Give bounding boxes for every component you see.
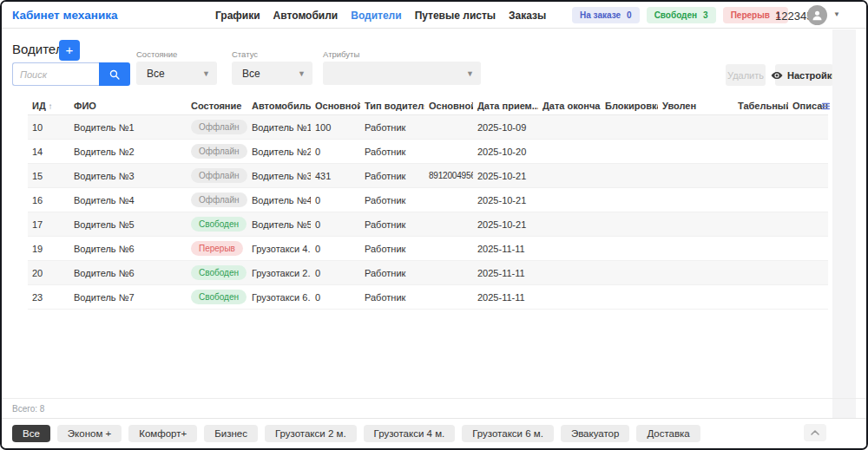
chevron-down-icon: ▼ bbox=[466, 69, 474, 78]
table-row-19[interactable]: 19Водитель №6ПерерывГрузотакси 4...0Рабо… bbox=[28, 237, 828, 261]
vehicle-class-chip-5[interactable]: Грузотакси 4 м. bbox=[364, 425, 456, 442]
cell-driver_type: Работник bbox=[360, 268, 424, 278]
filter-status-select[interactable]: Все ▼ bbox=[232, 62, 312, 85]
cell-driver_type: Работник bbox=[360, 292, 424, 303]
cell-name: Водитель №2 bbox=[69, 147, 187, 157]
column-header-5[interactable]: Тип водителя bbox=[360, 101, 424, 111]
state-pill: Оффлайн bbox=[191, 144, 247, 159]
column-header-1[interactable]: ФИО bbox=[69, 101, 187, 111]
vehicle-class-chip-2[interactable]: Комфорт+ bbox=[128, 425, 197, 442]
filter-state: Состояние Все ▼ bbox=[136, 49, 217, 85]
add-driver-button[interactable]: + bbox=[59, 40, 80, 61]
cell-car: Грузотакси 4... bbox=[247, 244, 311, 254]
cell-id: 16 bbox=[28, 195, 69, 205]
search-icon bbox=[108, 68, 121, 81]
table-row-14[interactable]: 14Водитель №2ОффлайнВодитель №2...0Работ… bbox=[28, 140, 828, 164]
driver-status-badges: На заказе0Свободен3Перерыв1 bbox=[572, 7, 788, 23]
table-row-17[interactable]: 17Водитель №5СвободенВодитель №5...0Рабо… bbox=[28, 212, 828, 237]
table-body: 10Водитель №1ОффлайнВодитель №1...100Раб… bbox=[28, 115, 828, 310]
cell-id: 15 bbox=[28, 171, 69, 181]
vehicle-class-chip-3[interactable]: Бизнес bbox=[204, 425, 258, 442]
column-header-2[interactable]: Состояние bbox=[187, 101, 247, 111]
vehicle-class-chip-1[interactable]: Эконом + bbox=[57, 425, 122, 442]
cell-id: 20 bbox=[28, 268, 69, 278]
search-button[interactable] bbox=[99, 62, 130, 86]
filter-status: Статус Все ▼ bbox=[232, 49, 312, 85]
filter-state-select[interactable]: Все ▼ bbox=[136, 62, 217, 85]
nav-item-0[interactable]: Графики bbox=[215, 10, 260, 22]
table-header-row: ИД ↑ФИОСостояниеАвтомобильОсновной сч...… bbox=[28, 97, 828, 115]
cell-driver_type: Работник bbox=[360, 171, 424, 181]
filter-attributes-select[interactable]: ▼ bbox=[323, 62, 481, 85]
column-settings-icon[interactable] bbox=[821, 99, 831, 114]
nav-item-1[interactable]: Автомобили bbox=[273, 10, 339, 22]
cell-hire_date: 2025-11-11 bbox=[473, 292, 538, 303]
status-badge-count: 0 bbox=[627, 10, 632, 20]
cell-id: 17 bbox=[28, 219, 69, 230]
cell-name: Водитель №6 bbox=[69, 244, 187, 254]
cell-driver_type: Работник bbox=[360, 147, 424, 157]
vehicle-class-bar: ВсеЭконом +Комфорт+БизнесГрузотакси 2 м.… bbox=[2, 418, 866, 448]
cell-account: 0 bbox=[311, 268, 360, 278]
vehicle-class-chip-7[interactable]: Эвакуатор bbox=[561, 425, 630, 442]
cell-account: 431 bbox=[311, 171, 360, 181]
state-pill: Оффлайн bbox=[191, 120, 247, 134]
delete-button[interactable]: Удалить bbox=[726, 64, 766, 86]
cell-state: Свободен bbox=[187, 290, 247, 304]
cell-state: Перерыв bbox=[187, 241, 247, 256]
state-pill: Свободен bbox=[191, 265, 247, 280]
cell-driver_type: Работник bbox=[360, 195, 424, 205]
table-row-16[interactable]: 16Водитель №4ОффлайнВодитель №4...0Работ… bbox=[28, 188, 828, 212]
cell-hire_date: 2025-10-20 bbox=[473, 147, 538, 157]
cell-phone: 89120049566 bbox=[424, 171, 473, 180]
status-badge-1[interactable]: Свободен3 bbox=[647, 7, 716, 23]
user-menu-caret-icon[interactable]: ▼ bbox=[833, 10, 840, 18]
column-header-0[interactable]: ИД ↑ bbox=[28, 101, 69, 111]
cell-account: 0 bbox=[311, 195, 360, 205]
column-header-6[interactable]: Основной те... bbox=[424, 101, 473, 111]
nav-item-3[interactable]: Путевые листы bbox=[415, 10, 496, 22]
cell-name: Водитель №1 bbox=[69, 122, 187, 133]
table-row-20[interactable]: 20Водитель №6СвободенГрузотакси 2...0Раб… bbox=[28, 261, 828, 285]
table-row-23[interactable]: 23Водитель №7СвободенГрузотакси 6...0Раб… bbox=[28, 285, 828, 310]
app-window: Кабинет механика ГрафикиАвтомобилиВодите… bbox=[0, 0, 868, 450]
vehicle-class-chip-6[interactable]: Грузотакси 6 м. bbox=[462, 425, 554, 442]
status-badge-0[interactable]: На заказе0 bbox=[572, 7, 640, 23]
vehicle-class-chips: ВсеЭконом +Комфорт+БизнесГрузотакси 2 м.… bbox=[12, 425, 700, 442]
table-row-15[interactable]: 15Водитель №3ОффлайнВодитель №3...431Раб… bbox=[28, 164, 828, 188]
column-header-7[interactable]: Дата прием... bbox=[473, 101, 538, 111]
cell-name: Водитель №3 bbox=[69, 171, 187, 181]
vehicle-class-chip-4[interactable]: Грузотакси 2 м. bbox=[265, 425, 357, 442]
settings-button[interactable]: Настройки bbox=[775, 64, 833, 86]
chevron-down-icon: ▼ bbox=[202, 69, 210, 78]
vehicle-class-chip-8[interactable]: Доставка bbox=[636, 425, 700, 442]
column-header-3[interactable]: Автомобиль bbox=[247, 101, 311, 111]
status-badge-label: На заказе bbox=[580, 10, 621, 20]
nav-item-2[interactable]: Водители bbox=[351, 10, 401, 22]
nav-item-4[interactable]: Заказы bbox=[509, 10, 546, 22]
column-header-8[interactable]: Дата оконча... bbox=[538, 101, 601, 111]
cell-name: Водитель №6 bbox=[69, 268, 187, 278]
column-header-10[interactable]: Уволен bbox=[658, 101, 733, 111]
column-header-11[interactable]: Табельный ... bbox=[733, 101, 788, 111]
cell-id: 19 bbox=[28, 244, 69, 254]
column-header-4[interactable]: Основной сч... bbox=[311, 101, 360, 111]
search-input[interactable] bbox=[12, 62, 99, 86]
vehicle-class-chip-0[interactable]: Все bbox=[12, 425, 50, 442]
vertical-scrollbar[interactable] bbox=[832, 29, 856, 420]
cell-state: Оффлайн bbox=[187, 144, 247, 159]
app-title: Кабинет механика bbox=[12, 9, 117, 22]
avatar[interactable] bbox=[807, 5, 827, 25]
column-header-9[interactable]: Блокировка bbox=[601, 101, 658, 111]
status-badge-label: Свободен bbox=[654, 10, 697, 20]
cell-car: Водитель №5... bbox=[247, 219, 311, 230]
filter-attributes-label: Атрибуты bbox=[323, 49, 481, 59]
cell-car: Водитель №1... bbox=[247, 122, 311, 133]
collapse-bar-button[interactable] bbox=[804, 424, 826, 441]
cell-car: Грузотакси 2... bbox=[247, 268, 311, 278]
cell-driver_type: Работник bbox=[360, 122, 424, 133]
table-row-10[interactable]: 10Водитель №1ОффлайнВодитель №1...100Раб… bbox=[28, 115, 828, 140]
chevron-down-icon: ▼ bbox=[298, 69, 306, 78]
chevron-up-icon bbox=[810, 429, 820, 436]
state-pill: Перерыв bbox=[191, 241, 243, 256]
